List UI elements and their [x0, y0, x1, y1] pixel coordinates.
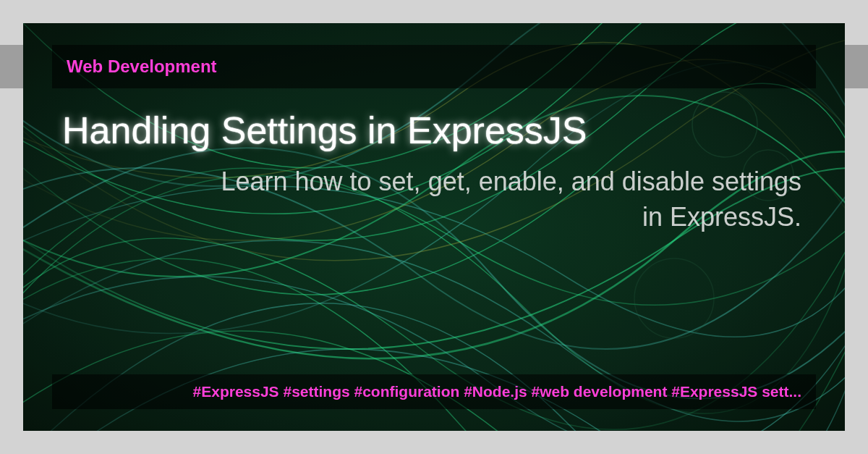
- article-card: Web Development Handling Settings in Exp…: [23, 23, 845, 431]
- category-label: Web Development: [67, 56, 217, 77]
- category-bar: Web Development: [52, 45, 816, 88]
- article-title: Handling Settings in ExpressJS: [62, 109, 587, 152]
- tags-text: #ExpressJS #settings #configuration #Nod…: [193, 383, 801, 400]
- article-subtitle: Learn how to set, get, enable, and disab…: [208, 164, 801, 235]
- tags-bar: #ExpressJS #settings #configuration #Nod…: [52, 374, 816, 409]
